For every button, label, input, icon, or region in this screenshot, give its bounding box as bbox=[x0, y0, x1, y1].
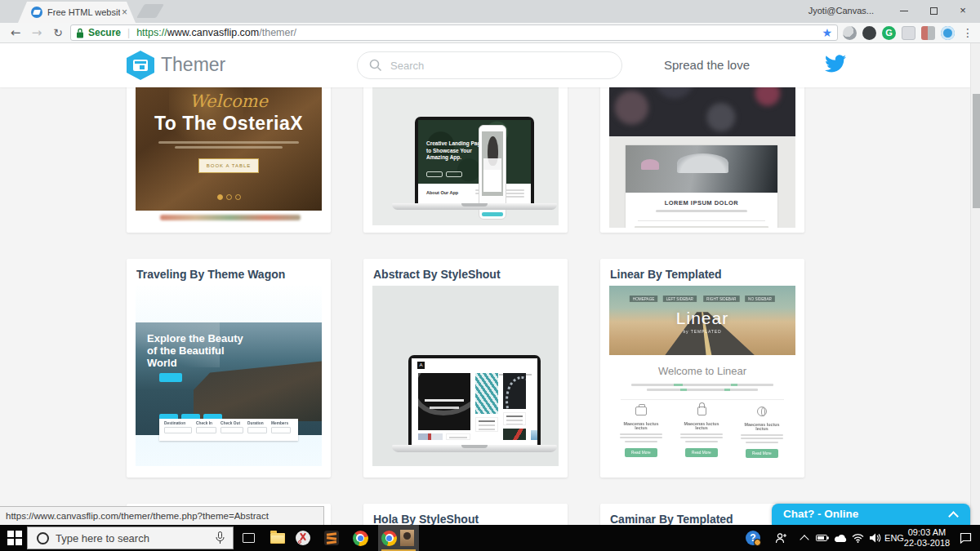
site-header: Themer Spread the love bbox=[0, 43, 970, 87]
umbrella-photo bbox=[626, 145, 777, 193]
share-label: Spread the love bbox=[664, 58, 750, 72]
browser-tab[interactable]: Free HTML website temp × bbox=[18, 2, 136, 23]
abstract-site-logo: A bbox=[417, 362, 425, 369]
forward-button[interactable]: → bbox=[28, 24, 46, 42]
osteria-book-button: BOOK A TABLE bbox=[198, 158, 259, 173]
osteria-script-word: Welcome bbox=[136, 91, 322, 111]
template-card-hola[interactable]: Hola By StyleShout bbox=[363, 504, 568, 525]
taskbar-search-input[interactable] bbox=[56, 532, 203, 544]
spectral-heading: LOREM IPSUM DOLOR bbox=[626, 199, 777, 207]
search-input[interactable] bbox=[390, 60, 586, 72]
extension-icon-2[interactable] bbox=[862, 26, 876, 40]
battery-icon[interactable] bbox=[813, 525, 831, 551]
back-button[interactable]: ← bbox=[7, 24, 24, 42]
page-viewport: Welcome To The OsteriaX BOOK A TABLE Cre… bbox=[0, 43, 980, 525]
traveling-preview: Explore the Beauty of the Beautiful Worl… bbox=[136, 286, 322, 466]
chat-widget[interactable]: Chat? - Online bbox=[772, 504, 970, 525]
tab-title: Free HTML website temp bbox=[47, 7, 120, 17]
new-tab-button[interactable] bbox=[136, 4, 164, 18]
chrome-active-window-button[interactable] bbox=[378, 525, 419, 551]
task-view-button[interactable] bbox=[238, 528, 259, 548]
twitter-icon[interactable] bbox=[825, 55, 846, 73]
status-bar-url: https://www.canvasflip.com/themer/theme.… bbox=[0, 506, 324, 525]
card-title: Abstract By StyleShout bbox=[373, 268, 501, 281]
template-card-traveling[interactable]: Traveling By Theme Wagon Explore the Bea… bbox=[127, 259, 331, 478]
wifi-icon[interactable] bbox=[849, 525, 866, 551]
page-scrollbar[interactable] bbox=[970, 43, 980, 525]
sublime-icon bbox=[324, 531, 339, 545]
chrome-icon bbox=[381, 531, 397, 546]
globe-icon bbox=[757, 407, 767, 416]
extension-icon-4[interactable] bbox=[902, 26, 915, 40]
window-close-button[interactable]: × bbox=[949, 0, 977, 21]
briefcase-icon bbox=[635, 407, 647, 415]
laptop-mockup: Creative Landing Page to Showcase Your A… bbox=[415, 117, 534, 203]
linear-welcome-heading: Welcome to Linear bbox=[609, 365, 795, 377]
appshow-headline: Creative Landing Page to Showcase Your A… bbox=[426, 140, 485, 162]
browser-profile-label[interactable]: Jyoti@Canvas... bbox=[808, 6, 874, 16]
search-icon bbox=[369, 59, 382, 72]
chrome-button[interactable] bbox=[350, 528, 371, 548]
extension-icon-5[interactable] bbox=[921, 26, 935, 40]
traveling-cta-button bbox=[159, 373, 182, 382]
tab-close-icon[interactable]: × bbox=[122, 7, 127, 18]
bookmark-star-icon[interactable]: ★ bbox=[822, 26, 832, 39]
traveling-booking-form: Destination Check In Check Out Duration … bbox=[159, 419, 298, 441]
laptop-mockup: A bbox=[408, 355, 541, 445]
cortana-icon bbox=[37, 532, 49, 544]
url-text: https://www.canvasflip.com/themer/ bbox=[136, 27, 296, 38]
card-title: Traveling By Theme Wagon bbox=[136, 268, 285, 281]
linear-preview: HOMEPAGELEFT SIDEBARRIGHT SIDEBARNO SIDE… bbox=[609, 286, 795, 467]
address-bar[interactable]: Secure | https://www.canvasflip.com/them… bbox=[70, 24, 838, 41]
read-more-button: Read More bbox=[625, 448, 657, 457]
osteria-carousel-dots bbox=[136, 189, 322, 204]
scrollbar-thumb[interactable] bbox=[973, 94, 980, 208]
snipping-tool-button[interactable] bbox=[292, 528, 314, 548]
action-center-icon[interactable] bbox=[954, 525, 977, 551]
browser-toolbar: ← → ↻ Secure | https://www.canvasflip.co… bbox=[0, 23, 980, 43]
grammarly-extension-icon[interactable]: G bbox=[882, 26, 896, 40]
abstract-preview: A bbox=[372, 286, 559, 466]
reload-button[interactable]: ↻ bbox=[49, 24, 67, 42]
extension-icon-1[interactable] bbox=[843, 26, 857, 40]
secure-lock-icon bbox=[76, 28, 84, 38]
site-search[interactable] bbox=[357, 51, 622, 79]
clock-time: 09:03 AM bbox=[904, 527, 950, 538]
read-more-button: Read More bbox=[685, 448, 718, 457]
chat-label: Chat? - Online bbox=[783, 508, 858, 520]
browser-tab-bar: Free HTML website temp × Jyoti@Canvas...… bbox=[0, 0, 980, 23]
linear-hero-title: Linear bbox=[609, 309, 795, 328]
linear-hero-subtitle: by TEMPLATED bbox=[623, 329, 782, 333]
canvasflip-favicon-icon bbox=[31, 7, 42, 18]
chevron-up-icon[interactable] bbox=[948, 511, 959, 522]
chrome-icon bbox=[353, 531, 368, 546]
osteria-title: To The OsteriaX bbox=[136, 113, 322, 135]
taskbar-clock[interactable]: 09:03 AM22-03-2018 bbox=[902, 525, 952, 551]
file-explorer-button[interactable] bbox=[267, 528, 288, 548]
card-title: Caminar By Templated bbox=[610, 513, 733, 525]
clock-date: 22-03-2018 bbox=[904, 538, 950, 549]
people-icon[interactable] bbox=[771, 525, 791, 551]
extension-icon-6[interactable] bbox=[941, 26, 955, 40]
sublime-text-button[interactable] bbox=[321, 528, 342, 548]
window-maximize-button[interactable] bbox=[920, 0, 947, 21]
card-title: Hola By StyleShout bbox=[373, 513, 479, 525]
linear-nav: HOMEPAGELEFT SIDEBARRIGHT SIDEBARNO SIDE… bbox=[609, 289, 795, 304]
secure-label: Secure bbox=[88, 27, 121, 38]
tray-expand-chevron-icon[interactable] bbox=[795, 525, 813, 551]
onedrive-cloud-icon[interactable] bbox=[831, 525, 849, 551]
browser-menu-icon[interactable]: ⋮ bbox=[960, 24, 975, 42]
windows-taskbar: ? ENG 09:03 AM22-03-2018 bbox=[0, 525, 980, 551]
template-card-linear[interactable]: Linear By Templated HOMEPAGELEFT SIDEBAR… bbox=[600, 259, 804, 478]
volume-icon[interactable] bbox=[866, 525, 884, 551]
themer-logo-icon[interactable] bbox=[127, 51, 154, 80]
taskbar-search[interactable] bbox=[27, 527, 234, 549]
scissors-icon bbox=[296, 531, 310, 545]
card-title: Linear By Templated bbox=[610, 268, 722, 281]
help-tray-icon[interactable]: ? bbox=[742, 525, 764, 551]
template-card-abstract[interactable]: Abstract By StyleShout A bbox=[363, 259, 568, 478]
microphone-icon[interactable] bbox=[216, 531, 225, 544]
brand-title: Themer bbox=[161, 54, 225, 76]
start-button[interactable] bbox=[7, 531, 22, 545]
window-minimize-button[interactable] bbox=[890, 0, 918, 21]
